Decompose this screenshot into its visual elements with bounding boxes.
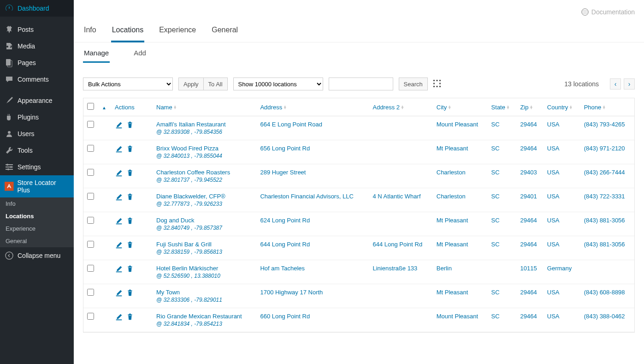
row-country[interactable]: USA (547, 313, 560, 320)
row-country[interactable]: USA (547, 289, 560, 296)
row-state[interactable]: SC (491, 145, 500, 152)
trash-icon[interactable] (126, 121, 134, 131)
row-zip[interactable]: 29403 (520, 169, 537, 176)
row-city[interactable]: Mount Pleasant (437, 313, 478, 320)
row-address[interactable]: 624 Long Point Rd (260, 217, 310, 224)
edit-icon[interactable] (115, 241, 123, 251)
sidebar-item-pages[interactable]: Pages (0, 54, 74, 71)
row-phone[interactable]: (843) 266-7444 (584, 169, 625, 176)
row-state[interactable]: SC (491, 241, 500, 248)
row-name[interactable]: Brixx Wood Fired Pizza (156, 145, 219, 152)
row-address2[interactable]: 4 N Atlantic Wharf (372, 193, 420, 200)
edit-icon[interactable] (115, 145, 123, 155)
sidebar-sub-general[interactable]: General (0, 235, 74, 247)
row-address[interactable]: 644 Long Point Rd (260, 241, 310, 248)
row-phone[interactable]: (843) 388-0462 (584, 313, 625, 320)
sidebar-item-comments[interactable]: Comments (0, 71, 74, 88)
column-phone[interactable]: Phone▲▼ (580, 98, 634, 116)
row-coords[interactable]: @ 32.840013 , -79.855044 (156, 153, 253, 159)
row-address[interactable]: Hof am Tacheles (260, 265, 305, 272)
sidebar-item-store-locator-plus[interactable]: Store Locator Plus (0, 175, 74, 197)
column-name[interactable]: Name▲▼ (153, 98, 256, 116)
edit-icon[interactable] (115, 217, 123, 227)
edit-icon[interactable] (115, 265, 123, 274)
row-address[interactable]: 1700 Highway 17 North (260, 289, 323, 296)
row-address[interactable]: Charleston Financial Advisors, LLC (260, 193, 353, 200)
column-actions[interactable]: Actions (111, 98, 153, 116)
column-state[interactable]: State▲▼ (488, 98, 517, 116)
row-name[interactable]: Hotel Berlin Märkischer (156, 265, 218, 272)
row-zip[interactable]: 29464 (520, 217, 537, 224)
apply-button[interactable]: Apply (178, 78, 204, 90)
row-coords[interactable]: @ 32.833306 , -79.829011 (156, 297, 253, 303)
tab-locations[interactable]: Locations (111, 20, 145, 42)
row-state[interactable]: SC (491, 313, 500, 320)
row-state[interactable]: SC (491, 193, 500, 200)
trash-icon[interactable] (126, 313, 134, 322)
row-state[interactable]: SC (491, 217, 500, 224)
row-checkbox[interactable] (87, 193, 94, 200)
pager-prev-button[interactable]: ‹ (610, 78, 621, 90)
row-city[interactable]: Mt Pleasant (437, 289, 468, 296)
row-city[interactable]: Berlin (437, 265, 452, 272)
row-zip[interactable]: 10115 (520, 265, 537, 272)
fullscreen-icon[interactable] (433, 80, 441, 89)
row-country[interactable]: USA (547, 121, 560, 128)
row-checkbox[interactable] (87, 313, 94, 320)
column-city[interactable]: City▲▼ (433, 98, 488, 116)
row-name[interactable]: Rio Grande Mexican Restaurant (156, 313, 242, 320)
edit-icon[interactable] (115, 289, 123, 298)
row-country[interactable]: USA (547, 169, 560, 176)
row-checkbox[interactable] (87, 265, 94, 272)
row-checkbox[interactable] (87, 241, 94, 248)
row-phone[interactable]: (843) 608-8898 (584, 289, 625, 296)
sidebar-item-users[interactable]: Users (0, 125, 74, 142)
row-country[interactable]: USA (547, 193, 560, 200)
row-zip[interactable]: 29464 (520, 313, 537, 320)
edit-icon[interactable] (115, 193, 123, 203)
sidebar-sub-info[interactable]: Info (0, 197, 74, 210)
trash-icon[interactable] (126, 217, 134, 227)
row-name[interactable]: Amalfi's Italian Restaurant (156, 121, 226, 128)
row-checkbox[interactable] (87, 145, 94, 152)
row-address[interactable]: 660 Long Point Rd (260, 313, 310, 320)
row-city[interactable]: Charleston (437, 169, 466, 176)
row-country[interactable]: USA (547, 145, 560, 152)
column-country[interactable]: Country▲▼ (544, 98, 580, 116)
select-all-checkbox[interactable] (87, 103, 94, 110)
sidebar-item-media[interactable]: Media (0, 38, 74, 54)
row-coords[interactable]: @ 32.841834 , -79.854213 (156, 321, 253, 327)
row-address2[interactable]: Linienstraße 133 (372, 265, 417, 272)
row-city[interactable]: Mt Pleasant (437, 241, 468, 248)
trash-icon[interactable] (126, 145, 134, 155)
row-country[interactable]: Germany (547, 265, 572, 272)
sidebar-item-appearance[interactable]: Appearance (0, 92, 74, 109)
row-phone[interactable]: (843) 793-4265 (584, 121, 625, 128)
row-address[interactable]: 664 E Long Point Road (260, 121, 322, 128)
row-checkbox[interactable] (87, 169, 94, 176)
pager-next-button[interactable]: › (624, 78, 635, 90)
row-zip[interactable]: 29464 (520, 145, 537, 152)
row-address2[interactable]: 644 Long Point Rd (372, 241, 422, 248)
row-checkbox[interactable] (87, 289, 94, 296)
show-locations-select[interactable]: Show 10000 locations (233, 78, 323, 90)
row-phone[interactable]: (843) 881-3056 (584, 241, 625, 248)
row-zip[interactable]: 29464 (520, 289, 537, 296)
row-name[interactable]: Diane Blackwelder, CFP® (156, 193, 225, 200)
row-coords[interactable]: @ 32.838159 , -79.856813 (156, 249, 253, 255)
row-address[interactable]: 656 Long Point Rd (260, 145, 310, 152)
row-state[interactable]: SC (491, 169, 500, 176)
row-city[interactable]: Mt Pleasant (437, 145, 468, 152)
trash-icon[interactable] (126, 265, 134, 274)
row-zip[interactable]: 29464 (520, 121, 537, 128)
sidebar-item-settings[interactable]: Settings (0, 159, 74, 175)
sidebar-item-dashboard[interactable]: Dashboard (0, 0, 74, 17)
row-zip[interactable]: 29401 (520, 193, 537, 200)
tab-experience[interactable]: Experience (158, 20, 197, 42)
column-id[interactable]: ▲ (98, 98, 111, 116)
trash-icon[interactable] (126, 193, 134, 203)
sidebar-item-posts[interactable]: Posts (0, 21, 74, 38)
column-address2[interactable]: Address 2▲▼ (369, 98, 432, 116)
row-name[interactable]: Fuji Sushi Bar & Grill (156, 241, 212, 248)
row-coords[interactable]: @ 32.839308 , -79.854356 (156, 129, 253, 135)
